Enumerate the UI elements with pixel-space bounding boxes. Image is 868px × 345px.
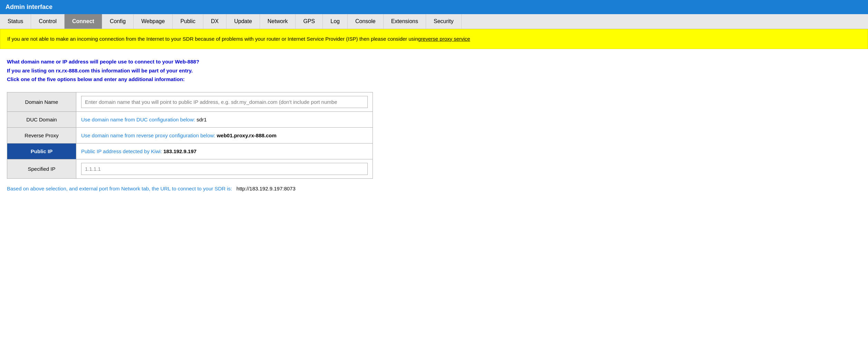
reverse-proxy-link[interactable]: reverse proxy service xyxy=(421,36,470,42)
url-result-value: http://183.192.9.197:8073 xyxy=(237,186,296,191)
tab-log[interactable]: Log xyxy=(323,14,348,29)
intro-line3: Click one of the five options below and … xyxy=(7,75,861,84)
table-row-domain-name[interactable]: Domain Name xyxy=(7,92,373,111)
table-row-duc-domain[interactable]: DUC DomainUse domain name from DUC confi… xyxy=(7,111,373,127)
url-result-label: Based on above selection, and external p… xyxy=(7,186,232,191)
tab-webpage[interactable]: Webpage xyxy=(134,14,173,29)
option-value-reverse-proxy: Use domain name from reverse proxy confi… xyxy=(76,127,373,143)
nav-bar: StatusControlConnectConfigWebpagePublicD… xyxy=(0,14,868,29)
option-value-domain-name[interactable] xyxy=(76,92,373,111)
intro-line1: What domain name or IP address will peop… xyxy=(7,57,861,66)
option-value-specified-ip[interactable] xyxy=(76,159,373,178)
option-label-domain-name[interactable]: Domain Name xyxy=(7,92,76,111)
option-value-public-ip: Public IP address detected by Kiwi: 183.… xyxy=(76,143,373,159)
option-label-duc-domain[interactable]: DUC Domain xyxy=(7,111,76,127)
warning-banner: If you are not able to make an incoming … xyxy=(0,29,868,49)
tab-network[interactable]: Network xyxy=(260,14,296,29)
warning-text-before: If you are not able to make an incoming … xyxy=(7,36,421,42)
option-text-blue-public-ip: Public IP address detected by Kiwi: xyxy=(81,148,163,154)
header-title: Admin interface xyxy=(6,3,52,10)
input-specified-ip[interactable] xyxy=(81,163,368,175)
tab-update[interactable]: Update xyxy=(226,14,260,29)
tab-control[interactable]: Control xyxy=(31,14,65,29)
tab-public[interactable]: Public xyxy=(173,14,203,29)
option-text-black-duc-domain: sdr1 xyxy=(196,117,206,122)
tab-config[interactable]: Config xyxy=(102,14,134,29)
intro-line2: If you are listing on rx.rx-888.com this… xyxy=(7,66,861,75)
tab-console[interactable]: Console xyxy=(348,14,384,29)
tab-dx[interactable]: DX xyxy=(203,14,226,29)
url-result: Based on above selection, and external p… xyxy=(7,186,861,191)
options-table: Domain NameDUC DomainUse domain name fro… xyxy=(7,92,373,179)
option-text-black-public-ip: 183.192.9.197 xyxy=(163,148,196,154)
tab-status[interactable]: Status xyxy=(0,14,31,29)
table-row-specified-ip[interactable]: Specified IP xyxy=(7,159,373,178)
intro-text: What domain name or IP address will peop… xyxy=(7,57,861,84)
admin-header: Admin interface xyxy=(0,0,868,14)
option-text-black-reverse-proxy: web01.proxy.rx-888.com xyxy=(217,132,277,138)
table-row-public-ip[interactable]: Public IPPublic IP address detected by K… xyxy=(7,143,373,159)
input-domain-name[interactable] xyxy=(81,96,368,108)
option-label-reverse-proxy[interactable]: Reverse Proxy xyxy=(7,127,76,143)
table-row-reverse-proxy[interactable]: Reverse ProxyUse domain name from revers… xyxy=(7,127,373,143)
tab-security[interactable]: Security xyxy=(426,14,462,29)
tab-extensions[interactable]: Extensions xyxy=(384,14,426,29)
tab-connect[interactable]: Connect xyxy=(65,14,102,29)
option-value-duc-domain: Use domain name from DUC configuration b… xyxy=(76,111,373,127)
option-text-blue-duc-domain: Use domain name from DUC configuration b… xyxy=(81,117,196,122)
option-label-public-ip[interactable]: Public IP xyxy=(7,143,76,159)
tab-gps[interactable]: GPS xyxy=(296,14,323,29)
main-content: What domain name or IP address will peop… xyxy=(0,49,868,198)
option-label-specified-ip[interactable]: Specified IP xyxy=(7,159,76,178)
option-text-blue-reverse-proxy: Use domain name from reverse proxy confi… xyxy=(81,132,217,138)
